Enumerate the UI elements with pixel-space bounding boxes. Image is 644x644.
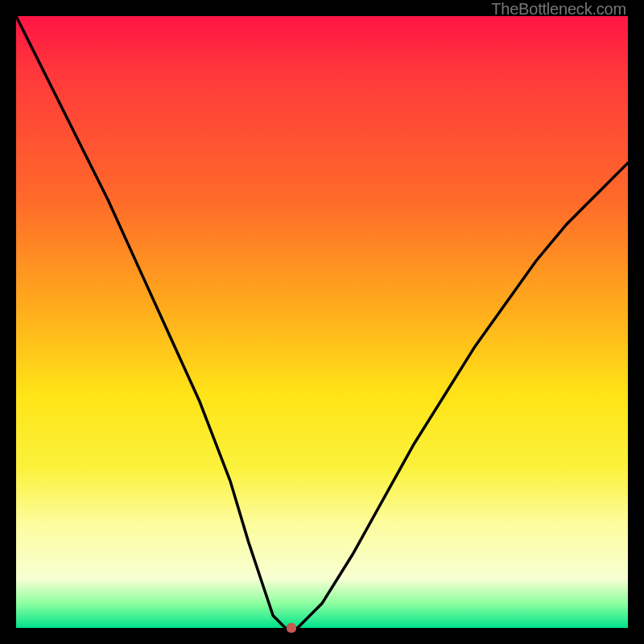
chart-frame: TheBottleneck.com (0, 0, 644, 644)
plot-area (16, 16, 628, 628)
min-marker (287, 623, 296, 633)
bottleneck-curve (16, 16, 628, 628)
